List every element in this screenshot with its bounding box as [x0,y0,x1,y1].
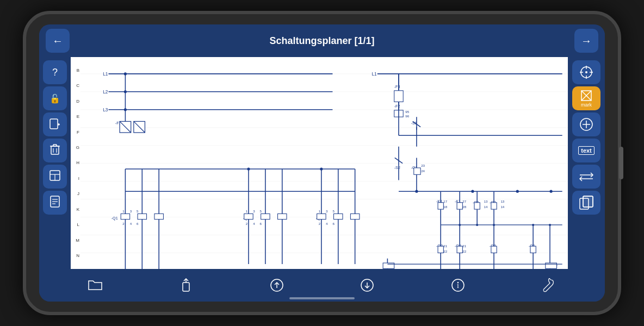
question-icon: ? [52,67,58,78]
svg-point-195 [476,224,478,226]
svg-text:1: 1 [246,209,248,213]
svg-text:-Q1: -Q1 [112,216,118,221]
svg-rect-177 [491,246,497,253]
svg-text:2: 2 [122,222,125,225]
help-button[interactable]: ? [43,60,67,84]
crosshair-icon [579,65,593,79]
new-page-icon [49,118,61,131]
info-button[interactable]: i [444,273,472,297]
download-button[interactable] [354,273,381,297]
add-circle-icon [579,117,593,131]
svg-rect-0 [50,119,58,129]
main-area: ? 🔓 [39,57,605,269]
folder-icon [88,279,103,292]
svg-rect-93 [334,214,343,219]
svg-rect-181 [530,246,536,253]
svg-text:2: 2 [319,222,321,225]
row-label-e: E [71,114,81,119]
duplicate-button[interactable] [572,191,600,215]
layout-icon [49,170,60,184]
text-icon: text [578,146,595,155]
mark-button[interactable]: mark [572,86,600,110]
svg-text:L1: L1 [103,72,108,77]
svg-text:4: 4 [253,222,255,225]
left-sidebar: ? 🔓 [39,57,71,269]
svg-text:L1: L1 [372,72,377,77]
schematic-diagram: L1 L2 L3 -F1 [81,57,568,269]
svg-rect-167 [438,246,443,253]
svg-text:6: 6 [137,222,139,225]
svg-text:L3: L3 [103,108,108,112]
mark-label: mark [581,102,592,108]
row-label-d: D [71,99,81,104]
svg-point-198 [549,224,551,226]
svg-point-196 [493,224,495,226]
phone-frame: ← Schaltungsplaner [1/1] → ? 🔓 [23,11,621,315]
new-page-button[interactable] [43,112,67,136]
lock-button[interactable]: 🔓 [43,86,67,110]
side-grip[interactable] [619,147,623,179]
row-label-j: J [71,191,81,196]
svg-rect-143 [438,203,443,209]
info-icon: i [451,278,465,292]
svg-rect-3 [51,146,59,154]
row-label-f: F [71,130,81,135]
delete-button[interactable] [43,139,67,162]
svg-text:2: 2 [246,222,248,225]
svg-rect-222 [583,196,593,207]
svg-text:4: 4 [326,222,328,225]
svg-text:1: 1 [122,209,125,213]
svg-text:3: 3 [130,209,132,213]
svg-text:6: 6 [332,222,335,225]
row-label-h: H [71,160,81,165]
svg-point-106 [247,167,250,170]
upload-button[interactable] [263,273,290,297]
svg-point-138 [516,190,519,193]
share-icon [179,278,193,292]
svg-rect-78 [278,214,287,219]
forward-button[interactable]: → [574,29,598,53]
layout-button[interactable] [43,165,67,189]
svg-rect-53 [154,214,163,219]
row-labels: B C D E F G H I J K L M N [71,57,81,269]
svg-text:4: 4 [130,222,132,225]
svg-point-212 [585,71,587,73]
text-button[interactable]: text [572,139,600,162]
svg-rect-52 [138,214,146,219]
svg-rect-173 [457,246,462,253]
svg-rect-17 [81,57,568,269]
row-label-m: M [71,238,81,243]
folder-button[interactable] [82,273,109,297]
row-label-l: L [71,222,81,227]
svg-text:-F2: -F2 [394,104,400,109]
svg-text:22: 22 [443,249,447,253]
svg-text:17: 17 [443,199,447,203]
svg-text:14: 14 [500,205,504,209]
document-button[interactable] [43,191,67,215]
crosshair-button[interactable] [572,60,600,84]
svg-text:21: 21 [443,244,447,248]
right-sidebar: mark text [568,57,605,269]
row-label-c: C [71,83,81,88]
svg-rect-131 [414,168,420,174]
svg-text:28: 28 [462,205,466,209]
svg-text:1: 1 [319,209,321,213]
svg-text:L2: L2 [103,90,108,95]
svg-text:21: 21 [462,244,466,248]
svg-text:13: 13 [500,199,504,203]
svg-rect-149 [457,203,462,209]
svg-point-194 [459,224,461,226]
phone-screen: ← Schaltungsplaner [1/1] → ? 🔓 [39,24,605,302]
back-button[interactable]: ← [46,29,70,53]
svg-point-137 [471,190,474,193]
canvas-area[interactable]: B C D E F G H I J K L M N [71,57,568,269]
arrow-button[interactable] [572,165,600,189]
svg-point-197 [532,224,534,226]
svg-text:3: 3 [253,209,255,213]
svg-text:5: 5 [260,209,262,213]
share-button[interactable] [172,273,200,297]
svg-rect-224 [183,283,189,291]
svg-rect-92 [317,214,326,219]
add-button[interactable] [572,112,600,136]
settings-button[interactable] [535,273,562,297]
